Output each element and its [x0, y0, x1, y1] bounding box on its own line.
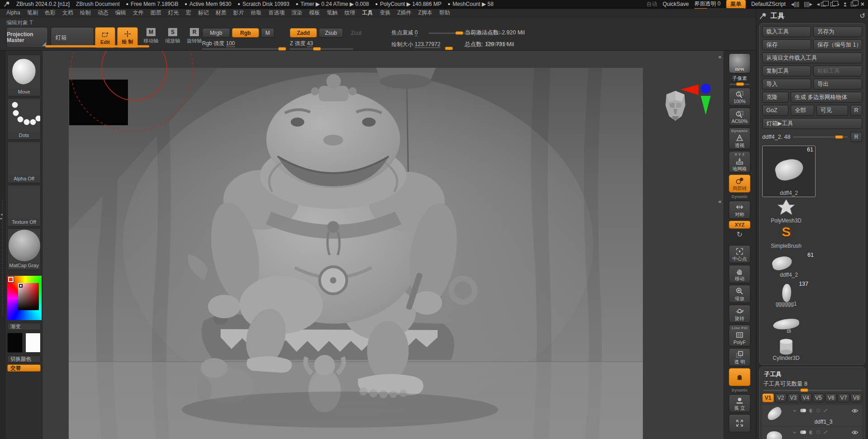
tool-panel-button[interactable]: 灯箱▶工具 — [762, 118, 862, 129]
paint-toggle-icon[interactable] — [800, 429, 806, 435]
menu-item-21[interactable]: 变换 — [380, 9, 391, 17]
gyro-r[interactable]: R旋转轴 — [184, 28, 204, 44]
rotate-canvas-button[interactable]: 旋转 — [729, 305, 750, 323]
zbrush-document[interactable] — [69, 68, 643, 439]
flip-chevron-icon[interactable] — [792, 430, 797, 435]
tray-collapse-left-icon[interactable]: ◂|||| — [791, 1, 800, 7]
window-next-icon[interactable]: ▸ — [830, 1, 840, 7]
eye-icon[interactable] — [851, 408, 859, 413]
menu-item-12[interactable]: 材质 — [216, 9, 226, 17]
tray-collapse-arrows-icon[interactable]: ◂▸ — [0, 212, 3, 221]
tool-panel-button[interactable]: 从项目文件载入工具 — [762, 52, 862, 63]
menu-item-19[interactable]: 纹理 — [344, 9, 355, 17]
quicksave-button[interactable]: QuickSave — [663, 1, 689, 7]
perspective-button[interactable]: Dynamic透视 — [729, 127, 750, 149]
tool-panel-button[interactable]: 导入 — [762, 79, 811, 90]
tool-item-ddff4_2[interactable]: 61 ddff4_2 — [762, 251, 816, 279]
tool-item-simplebrush[interactable]: S SimpleBrush — [762, 225, 810, 250]
active-tool-thumbnail[interactable]: 61 ddff4_2 — [762, 146, 816, 197]
tool-select-slider[interactable]: ddff4_2. 48 R — [762, 131, 862, 143]
gyro-s[interactable]: S缩放轴 — [163, 28, 183, 44]
document-canvas[interactable]: « « — [42, 51, 723, 439]
layer-circle-icon[interactable] — [816, 430, 820, 434]
menu-item-2[interactable]: 色彩 — [45, 9, 56, 17]
mode-m[interactable]: M — [261, 28, 274, 38]
draw-size-slider[interactable]: 绘制大小 123.77972 — [392, 41, 440, 48]
subtool-visible-count-slider[interactable]: 子工具可见数量 8 — [762, 380, 862, 392]
z-intensity-track[interactable] — [290, 48, 353, 50]
polypaint-icon[interactable] — [824, 409, 828, 412]
sidebar-slot-texture-off[interactable]: Texture Off — [7, 185, 41, 227]
axis-gizmo[interactable] — [678, 77, 723, 118]
zoom-actual-button[interactable]: 100% — [729, 88, 750, 106]
menu-item-23[interactable]: Z脚本 — [418, 9, 432, 17]
tool-slider-track[interactable] — [793, 137, 848, 137]
menu-item-22[interactable]: Z插件 — [397, 9, 411, 17]
gradient-button[interactable]: 渐变 — [7, 323, 41, 330]
x-axis-arrow[interactable] — [680, 85, 698, 95]
free-rotate-icon[interactable]: ↻ — [736, 231, 742, 239]
tool-panel-button[interactable]: 另存为 — [813, 26, 862, 37]
subtool-item-ddff1_6[interactable]: ddff1_6 — [762, 427, 862, 439]
tool-panel-button[interactable]: 可见 — [816, 105, 848, 116]
floor-grid-button[interactable]: X Y Z地网格 — [729, 151, 750, 173]
subtool-tab-v8[interactable]: V8 — [850, 393, 862, 402]
sidebar-slot-move[interactable]: Move — [7, 55, 41, 96]
tool-panel-button[interactable]: 载入工具 — [762, 26, 811, 37]
ghost-transparency-button[interactable] — [729, 368, 750, 386]
subtool-tab-v3[interactable]: V3 — [788, 393, 799, 402]
subtool-toggle-icons[interactable] — [792, 407, 859, 414]
menu-item-11[interactable]: 标记 — [198, 9, 209, 17]
subtool-tab-v7[interactable]: V7 — [838, 393, 849, 402]
tool-item-polymesh3d[interactable]: PolyMesh3D — [762, 199, 810, 224]
secondary-color-swatch[interactable] — [25, 333, 41, 353]
rgb-intensity-track[interactable] — [202, 48, 284, 50]
sidebar-slot-matcap-gray[interactable]: MatCap Gray — [7, 228, 41, 270]
menu-item-5[interactable]: 动态 — [98, 9, 108, 17]
tool-panel-button[interactable]: GoZ — [762, 105, 788, 116]
center-point-button[interactable]: 中心点 — [729, 245, 750, 263]
bpr-render-button[interactable]: BPR — [729, 53, 750, 73]
ui-transparency-slider[interactable]: 界面透明 0 — [694, 0, 721, 9]
mode-rgb[interactable]: Rgb — [232, 28, 259, 38]
tool-panel-button[interactable]: 导出 — [813, 79, 862, 90]
subtool-toggle-icons[interactable] — [792, 429, 859, 436]
subtool-tab-v2[interactable]: V2 — [775, 393, 787, 402]
main-color-swatch[interactable] — [7, 333, 23, 353]
sidebar-slot-dots[interactable]: Dots — [7, 98, 41, 140]
sidebar-slot-alpha-off[interactable]: Alpha Off — [7, 142, 41, 183]
aa-half-button[interactable]: AC50% — [729, 108, 750, 126]
tool-slider-r-button[interactable]: R — [850, 132, 862, 142]
menu-item-18[interactable]: 笔触 — [327, 9, 338, 17]
menu-item-7[interactable]: 文件 — [133, 9, 144, 17]
menu-item-8[interactable]: 图层 — [151, 9, 161, 17]
menu-item-0[interactable]: Alpha — [6, 9, 20, 16]
swap-colors-button[interactable]: 交替 — [7, 364, 41, 372]
tool-panel-button[interactable]: 保存 — [762, 39, 811, 50]
subtool-tab-v1[interactable]: V1 — [762, 393, 774, 402]
tool-panel-button[interactable]: R — [850, 105, 862, 116]
menu-item-20[interactable]: 工具 — [362, 9, 373, 17]
mode-zadd[interactable]: Zadd — [290, 28, 317, 38]
menu-item-17[interactable]: 模板 — [309, 9, 320, 17]
paint-toggle-icon[interactable] — [800, 407, 806, 414]
local-transform-button[interactable]: 局部转 — [729, 175, 750, 193]
layer-circle-icon[interactable] — [816, 409, 820, 412]
close-icon[interactable]: × — [861, 0, 864, 8]
gyro-m[interactable]: M移动轴 — [141, 28, 161, 44]
subtool-tab-v4[interactable]: V4 — [800, 393, 812, 402]
subtool-tab-v6[interactable]: V6 — [825, 393, 837, 402]
focal-shift-slider[interactable]: 焦点衰减 0 — [392, 29, 418, 37]
menu-item-6[interactable]: 编辑 — [115, 9, 126, 17]
reset-icon[interactable]: ↺ — [859, 12, 865, 20]
halftone-icon[interactable] — [809, 409, 813, 413]
y-axis-arrow[interactable] — [701, 96, 711, 115]
menu-item-14[interactable]: 拾取 — [251, 9, 262, 17]
xyz-axis-button[interactable]: XYZ — [729, 221, 750, 229]
scale-canvas-button[interactable]: 缩放 — [729, 285, 750, 303]
left-tray-divider[interactable]: ◂▸ — [0, 51, 5, 439]
transparent-button[interactable]: 透 明 — [729, 348, 750, 366]
projection-master-button[interactable]: Projection Master — [6, 27, 48, 48]
menu-item-10[interactable]: 宏 — [186, 9, 191, 17]
solo-button[interactable]: 孤 立 — [729, 394, 750, 412]
